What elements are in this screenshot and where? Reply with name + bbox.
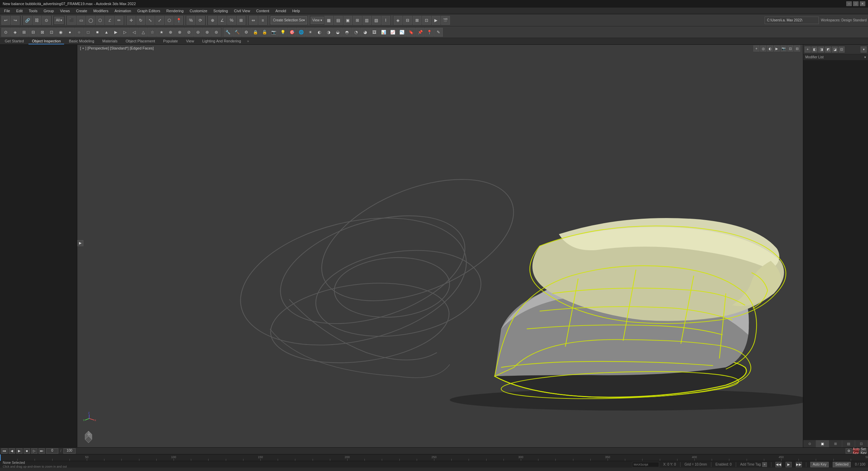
tb2-btn7[interactable]: ◉ [56, 28, 65, 37]
viewport-focus-icon[interactable]: ◎ [760, 45, 766, 52]
tb2-btn47[interactable]: 📍 [425, 28, 434, 37]
tb2-btn20[interactable]: ⊗ [175, 28, 184, 37]
menu-modifiers[interactable]: Modifiers [91, 8, 111, 14]
modifier-list-content[interactable] [803, 60, 868, 440]
render-frame-btn[interactable]: 🎬 [441, 16, 450, 25]
tb2-btn5[interactable]: ⊠ [38, 28, 47, 37]
tb2-btn23[interactable]: ⊛ [203, 28, 212, 37]
tb2-btn41[interactable]: 🖼 [370, 28, 379, 37]
tb2-btn9[interactable]: ○ [75, 28, 83, 37]
schematic-btn[interactable]: ⊟ [403, 16, 412, 25]
rect-select-button[interactable]: ▭ [77, 16, 85, 25]
tb2-btn4[interactable]: ⊟ [29, 28, 38, 37]
tb2-btn22[interactable]: ⊖ [194, 28, 202, 37]
menu-file[interactable]: File [1, 8, 13, 14]
set-key-btn[interactable]: Set Key [861, 448, 867, 454]
tb2-btn40[interactable]: ◕ [361, 28, 370, 37]
maxscript-area[interactable]: MAXScript [632, 462, 659, 467]
goto-end-button[interactable]: ⏭ [39, 448, 45, 454]
tb2-btn38[interactable]: ◓ [342, 28, 351, 37]
snap-btn[interactable]: ⊕ [208, 16, 217, 25]
menu-rendering[interactable]: Rendering [164, 8, 186, 14]
tb2-btn42[interactable]: 📊 [379, 28, 388, 37]
tb2-btn27[interactable]: ⚙ [242, 28, 251, 37]
play-button[interactable]: ▶ [16, 448, 22, 454]
tab-object-placement[interactable]: Object Placement [122, 38, 158, 44]
fence-select-button[interactable]: ⬡ [96, 16, 104, 25]
place-button[interactable]: 📍 [174, 16, 183, 25]
auto-key-btn[interactable]: Auto Key [853, 448, 859, 454]
tab-object-inspection[interactable]: Object Inspection [28, 38, 64, 44]
rp-toolbar-btn6[interactable]: ⊡ [839, 46, 845, 53]
rp-tab-utilities[interactable]: ▤ [842, 440, 855, 447]
paint-select-button[interactable]: ✏ [115, 16, 123, 25]
selection-filter-dropdown[interactable]: All ▾ [54, 17, 64, 24]
tb2-btn33[interactable]: 🌐 [297, 28, 305, 37]
bind-button[interactable]: ⊙ [42, 16, 51, 25]
tb2-btn35[interactable]: ◐ [315, 28, 324, 37]
rp-toolbar-btn4[interactable]: ◩ [825, 46, 831, 53]
tb2-btn34[interactable]: ☀ [306, 28, 315, 37]
viewport-camera-icon[interactable]: 📷 [781, 45, 787, 52]
tb2-btn13[interactable]: ▶ [111, 28, 120, 37]
scale-button[interactable]: ⤡ [146, 16, 155, 25]
playhead[interactable] [0, 454, 1, 461]
viewport-shading-icon[interactable]: ◐ [767, 45, 773, 52]
menu-tools[interactable]: Tools [26, 8, 40, 14]
tb2-btn16[interactable]: △ [139, 28, 147, 37]
key-filters-btn[interactable]: ⚙ [846, 448, 852, 454]
status-play-btn[interactable]: ▶ [786, 462, 792, 467]
viewport-render-icon[interactable]: ▶ [774, 45, 780, 52]
rp-toolbar-btn3[interactable]: ◨ [818, 46, 824, 53]
tb2-btn48[interactable]: ✎ [434, 28, 443, 37]
menu-help[interactable]: Help [290, 8, 303, 14]
rp-toolbar-btn5[interactable]: ◪ [832, 46, 838, 53]
tb2-btn46[interactable]: 📌 [416, 28, 425, 37]
view-btn4[interactable]: ▣ [343, 16, 352, 25]
tab-populate[interactable]: Populate [160, 38, 181, 44]
tb2-btn18[interactable]: ★ [157, 28, 166, 37]
spinner-snap-btn[interactable]: ⊞ [237, 16, 245, 25]
close-button[interactable]: ✕ [860, 1, 865, 6]
modifier-list-expand-icon[interactable]: ▾ [864, 55, 866, 59]
viewport[interactable]: [ + ] [Perspective] [Standard*] [Edged F… [77, 45, 803, 447]
tb2-btn11[interactable]: ■ [93, 28, 102, 37]
tab-materials[interactable]: Materials [99, 38, 121, 44]
tb2-btn25[interactable]: 🔧 [223, 28, 232, 37]
rp-toolbar-btn2[interactable]: ◧ [811, 46, 817, 53]
tb2-btn12[interactable]: ▲ [102, 28, 111, 37]
status-prev-frame-btn[interactable]: ◀◀ [775, 462, 782, 467]
menu-customize[interactable]: Customize [187, 8, 210, 14]
tb2-btn3[interactable]: ⊞ [20, 28, 28, 37]
tb2-btn21[interactable]: ⊘ [184, 28, 193, 37]
unlink-button[interactable]: ⛓ [33, 16, 41, 25]
tb2-btn24[interactable]: ⊜ [212, 28, 221, 37]
current-frame-input[interactable]: 0 [46, 448, 58, 454]
align-btn[interactable]: ≡ [258, 16, 267, 25]
move-button[interactable]: ✛ [127, 16, 136, 25]
render-btn[interactable]: ▶ [432, 16, 440, 25]
rp-tab-modify[interactable]: ▣ [816, 440, 829, 447]
tb2-btn1[interactable]: ⊙ [1, 28, 10, 37]
rp-dropdown-btn[interactable]: ▾ [861, 46, 867, 53]
tab-basic-modeling[interactable]: Basic Modeling [65, 38, 98, 44]
tb2-btn37[interactable]: ◒ [333, 28, 342, 37]
minimize-button[interactable]: – [846, 1, 852, 6]
tb2-btn2[interactable]: ◈ [11, 28, 19, 37]
view-btn2[interactable]: ▦ [324, 16, 333, 25]
percent-btn[interactable]: % [186, 16, 195, 25]
view-dropdown[interactable]: View ▾ [311, 17, 324, 24]
stop-button[interactable]: ■ [24, 448, 30, 454]
window-controls[interactable]: – □ ✕ [846, 1, 865, 6]
tab-lighting-rendering[interactable]: Lighting And Rendering [199, 38, 244, 44]
angle-snap-btn[interactable]: ∠ [218, 16, 226, 25]
status-next-frame-btn[interactable]: ▶▶ [796, 462, 802, 467]
named-sel-btn[interactable]: ◈ [394, 16, 402, 25]
redo-button[interactable]: ↪ [11, 16, 20, 25]
tb2-btn36[interactable]: ◑ [324, 28, 333, 37]
material-btn[interactable]: ⊠ [413, 16, 421, 25]
next-frame-button[interactable]: ▷ [31, 448, 37, 454]
view-btn7[interactable]: ▧ [372, 16, 381, 25]
tb2-btn26[interactable]: 🔨 [233, 28, 241, 37]
rp-tab-display[interactable]: ⊞ [829, 440, 842, 447]
